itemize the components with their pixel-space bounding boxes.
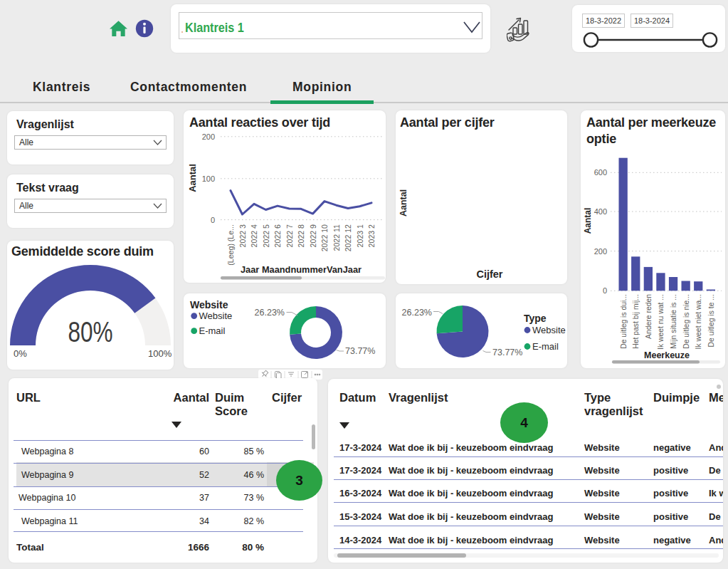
- svg-text:2022 7: 2022 7: [285, 224, 294, 248]
- svg-text:2023 1: 2023 1: [356, 224, 364, 248]
- svg-text:Website: Website: [532, 325, 566, 335]
- svg-text:Jaar MaandnummerVanJaar: Jaar MaandnummerVanJaar: [241, 264, 362, 275]
- svg-text:Het past bij mij...: Het past bij mij...: [632, 294, 640, 349]
- svg-text:Cijfer: Cijfer: [476, 268, 502, 280]
- svg-text:26.23%: 26.23%: [255, 308, 285, 318]
- svg-text:Website: Website: [199, 310, 233, 321]
- svg-text:73.77%: 73.77%: [345, 346, 375, 356]
- svg-text:600: 600: [594, 168, 607, 177]
- svg-text:400: 400: [594, 207, 607, 216]
- svg-text:(Leeg) (Le...: (Leeg) (Le...: [226, 224, 235, 266]
- svg-text:26.23%: 26.23%: [402, 308, 432, 318]
- svg-text:2022 12: 2022 12: [344, 224, 352, 251]
- svg-text:E-mail: E-mail: [532, 341, 559, 352]
- svg-text:2022 11: 2022 11: [332, 224, 341, 251]
- svg-text:2022 5: 2022 5: [262, 224, 270, 248]
- svg-text:De uitleg is te ...: De uitleg is te ...: [707, 294, 715, 348]
- svg-text:Ik weet nu wat ...: Ik weet nu wat ...: [657, 294, 665, 350]
- svg-text:Ik weet niet wa...: Ik weet niet wa...: [695, 294, 702, 349]
- svg-text:200: 200: [594, 247, 607, 256]
- svg-text:Aantal: Aantal: [583, 208, 593, 234]
- svg-text:2022 10: 2022 10: [320, 224, 329, 251]
- svg-text:2022 8: 2022 8: [297, 224, 305, 248]
- svg-text:200: 200: [202, 132, 215, 141]
- svg-text:Aantal: Aantal: [399, 189, 408, 216]
- svg-text:De uitleg is nie...: De uitleg is nie...: [682, 294, 690, 349]
- svg-text:2022 9: 2022 9: [309, 224, 317, 248]
- svg-text:0: 0: [603, 286, 607, 295]
- svg-text:2022 4: 2022 4: [250, 224, 258, 248]
- svg-text:Aantal: Aantal: [187, 164, 198, 192]
- svg-text:2023 2: 2023 2: [367, 224, 376, 248]
- svg-text:Type: Type: [524, 313, 547, 324]
- svg-text:Meerkeuze: Meerkeuze: [644, 350, 690, 360]
- svg-text:73.77%: 73.77%: [492, 348, 522, 357]
- svg-text:Andere reden: Andere reden: [645, 294, 653, 339]
- svg-text:0: 0: [211, 216, 215, 224]
- svg-text:2022 3: 2022 3: [238, 224, 247, 248]
- svg-text:2022 6: 2022 6: [273, 224, 282, 248]
- svg-text:E-mail: E-mail: [199, 325, 226, 336]
- svg-text:Mijn situatie is ...: Mijn situatie is ...: [670, 294, 677, 349]
- svg-text:100: 100: [202, 174, 215, 183]
- svg-text:De uitleg is dui...: De uitleg is dui...: [620, 294, 628, 349]
